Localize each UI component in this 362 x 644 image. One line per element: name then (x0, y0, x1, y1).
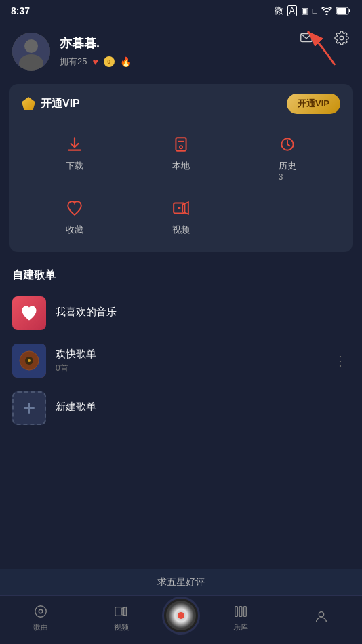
svg-point-4 (340, 36, 344, 40)
weibo-icon: 微 (275, 5, 283, 17)
video-label: 视频 (172, 224, 190, 236)
wifi-icon (321, 7, 332, 15)
profile-meta: 拥有25 ♥ 0 🔥 (60, 56, 132, 68)
svg-marker-15 (178, 207, 181, 209)
section-title: 自建歌单 (0, 258, 362, 289)
favorites-thumb (12, 296, 46, 330)
vip-header: 开通VIP 开通VIP (22, 94, 340, 114)
svg-marker-14 (182, 202, 188, 214)
add-playlist-thumb (12, 391, 46, 425)
nav-user[interactable] (281, 609, 363, 628)
add-playlist-label: 新建歌单 (56, 401, 350, 414)
favorites-info: 我喜欢的音乐 (56, 306, 350, 321)
vip-open-button[interactable]: 开通VIP (287, 94, 340, 114)
top-icons-container (294, 26, 354, 50)
favorite-label: 收藏 (66, 224, 83, 236)
svg-rect-27 (239, 607, 242, 617)
svg-rect-26 (235, 607, 238, 617)
video-function[interactable]: 视频 (128, 191, 235, 243)
avatar-image (12, 33, 50, 71)
square-icon: ▣ (301, 6, 308, 16)
add-playlist-info: 新建歌单 (56, 401, 350, 416)
download-function[interactable]: 下载 (22, 127, 128, 188)
battery-icon (336, 7, 351, 15)
svg-point-22 (35, 606, 47, 618)
favorite-icon (64, 198, 85, 218)
bottom-banner-text: 求五星好评 (157, 576, 205, 587)
nav-video[interactable]: 视频 (81, 603, 163, 632)
vip-card: 开通VIP 开通VIP 下载 本地 (9, 84, 353, 252)
history-info: 历史 3 (279, 160, 296, 182)
svg-point-23 (39, 609, 43, 613)
download-icon (64, 134, 85, 155)
status-icons: 微 A ▣ □ (275, 5, 351, 17)
message-icon (299, 31, 314, 45)
vip-diamond-icon (22, 97, 35, 110)
vip-title-area: 开通VIP (22, 97, 80, 111)
history-function[interactable]: 历史 3 (234, 127, 340, 188)
local-label: 本地 (172, 160, 190, 172)
happy-count: 0首 (56, 363, 321, 374)
nav-library[interactable]: 乐库 (200, 603, 281, 632)
profile-name: 亦暮暮. (60, 35, 132, 52)
user-nav-icon (313, 609, 329, 625)
playlist-item-favorites[interactable]: 我喜欢的音乐 (0, 289, 362, 337)
disc-center-dot (178, 612, 184, 619)
nav-center-disc (162, 597, 200, 635)
playlist-item-happy[interactable]: 欢快歌单 0首 ⋮ (0, 337, 362, 384)
favorite-function[interactable]: 收藏 (22, 191, 128, 243)
status-bar: 8:37 微 A ▣ □ (0, 0, 362, 22)
fans-label: 拥有25 (60, 56, 87, 68)
library-nav-label: 乐库 (233, 622, 248, 632)
svg-rect-1 (337, 8, 346, 14)
a-icon: A (287, 5, 297, 16)
history-count: 3 (279, 172, 296, 182)
video-icon (171, 198, 191, 218)
bottom-nav: 歌曲 视频 乐库 (0, 595, 362, 644)
happy-info: 欢快歌单 0首 (56, 348, 321, 374)
nav-songs[interactable]: 歌曲 (0, 603, 81, 632)
happy-name: 欢快歌单 (56, 348, 321, 361)
settings-icon (334, 31, 349, 45)
download-label: 下载 (66, 160, 83, 172)
profile-info: 亦暮暮. 拥有25 ♥ 0 🔥 (60, 35, 132, 68)
function-grid-row2: 收藏 视频 (22, 191, 340, 243)
svg-rect-28 (243, 607, 246, 617)
disc-inner (166, 601, 196, 630)
svg-rect-2 (349, 9, 350, 12)
svg-point-10 (180, 146, 182, 148)
vip-title: 开通VIP (41, 97, 80, 111)
coin-flame-icon: 🔥 (120, 56, 132, 67)
heart-small-icon: ♥ (92, 56, 98, 67)
avatar[interactable] (12, 33, 50, 71)
local-function[interactable]: 本地 (128, 127, 235, 188)
svg-point-19 (28, 359, 31, 362)
happy-thumb (12, 344, 46, 378)
history-icon (277, 134, 298, 155)
message-button[interactable] (294, 26, 319, 50)
status-time: 8:37 (11, 5, 30, 16)
settings-button[interactable] (329, 26, 354, 50)
function-grid-row1: 下载 本地 历史 3 (22, 127, 340, 188)
bottom-banner: 求五星好评 (0, 569, 362, 595)
video-nav-label: 视频 (114, 622, 129, 632)
library-nav-icon (233, 603, 249, 620)
svg-point-7 (24, 39, 38, 53)
playlist-more-button[interactable]: ⋮ (331, 350, 350, 371)
songs-nav-icon (33, 603, 49, 620)
square2-icon: □ (313, 6, 317, 16)
video-nav-icon (113, 603, 129, 620)
nav-center-button[interactable] (162, 597, 200, 640)
coin-icon: 0 (104, 56, 115, 67)
favorites-name: 我喜欢的音乐 (56, 306, 350, 319)
svg-point-29 (319, 611, 324, 616)
history-label: 历史 (279, 160, 296, 172)
songs-nav-label: 歌曲 (33, 622, 48, 632)
new-playlist-item[interactable]: 新建歌单 (0, 384, 362, 432)
local-icon (171, 134, 191, 155)
